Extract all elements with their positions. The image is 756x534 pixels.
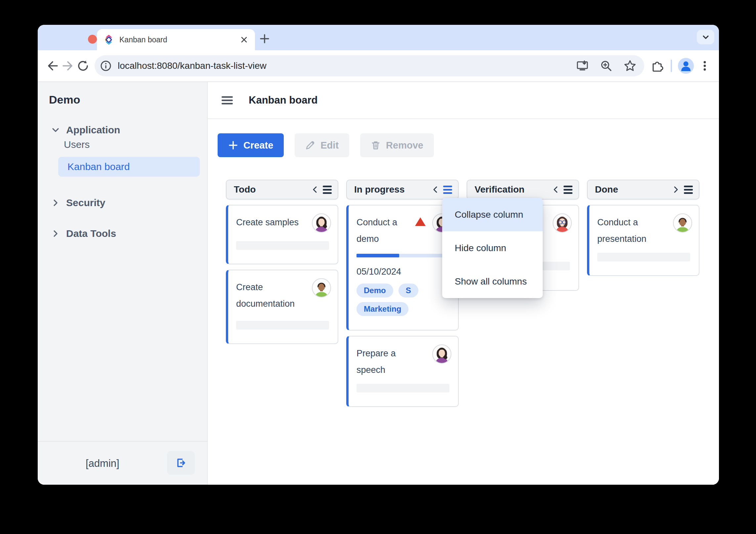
sidebar-footer: [admin] bbox=[38, 441, 207, 485]
card-placeholder-bar bbox=[236, 321, 329, 330]
view-header: Kanban board bbox=[208, 82, 719, 119]
forward-icon[interactable] bbox=[60, 58, 75, 73]
browser-tab[interactable]: Kanban board bbox=[97, 29, 255, 50]
board-actions: Create Edit Remove bbox=[218, 133, 719, 157]
tab-search-chevron-icon[interactable] bbox=[697, 30, 714, 44]
extensions-icon[interactable] bbox=[650, 58, 665, 73]
back-icon[interactable] bbox=[45, 58, 60, 73]
reload-icon[interactable] bbox=[75, 58, 91, 73]
sidebar-section-security[interactable]: Security bbox=[51, 196, 207, 210]
column-menu-icon-active[interactable] bbox=[443, 186, 452, 194]
column-menu-icon[interactable] bbox=[323, 186, 332, 194]
column-todo: Todo Create samples bbox=[226, 180, 338, 344]
column-context-menu: Collapse column Hide column Show all col… bbox=[442, 198, 543, 298]
collapse-right-icon[interactable] bbox=[673, 186, 679, 194]
column-in-progress: In progress Conduct a demo bbox=[346, 180, 459, 407]
menu-item-show-all-columns[interactable]: Show all columns bbox=[442, 265, 543, 298]
task-card[interactable]: Create samples bbox=[226, 205, 338, 264]
tab-strip: Kanban board bbox=[38, 25, 719, 50]
column-done: Done Conduct a presentation bbox=[587, 180, 699, 276]
assignee-avatar-man-green bbox=[673, 213, 692, 233]
column-header-done[interactable]: Done bbox=[587, 180, 699, 200]
main-area: Kanban board Create Edit bbox=[208, 82, 719, 485]
browser-toolbar: localhost:8080/kanban-task-list-view bbox=[38, 50, 719, 82]
task-progress-bar bbox=[357, 254, 449, 257]
sidebar-section-application[interactable]: Application bbox=[51, 123, 207, 137]
toolbar-divider bbox=[671, 60, 672, 72]
assignee-avatar-woman-purple bbox=[432, 344, 451, 364]
menu-item-hide-column[interactable]: Hide column bbox=[442, 231, 543, 265]
column-menu-icon[interactable] bbox=[684, 186, 693, 194]
new-tab-icon[interactable] bbox=[259, 33, 271, 45]
page-title: Kanban board bbox=[249, 94, 317, 106]
task-card[interactable]: Create documentation bbox=[226, 270, 338, 344]
app-sidebar: Demo Application Users Kanban board Secu… bbox=[38, 82, 208, 485]
create-button[interactable]: Create bbox=[218, 133, 284, 157]
collapse-left-icon[interactable] bbox=[433, 186, 438, 194]
chevron-right-icon bbox=[51, 198, 60, 207]
tag: S bbox=[399, 284, 418, 297]
column-header-todo[interactable]: Todo bbox=[226, 180, 338, 200]
sidebar-item-kanban-board[interactable]: Kanban board bbox=[58, 157, 200, 177]
site-info-icon[interactable] bbox=[99, 59, 112, 72]
card-placeholder-bar bbox=[357, 384, 449, 392]
favicon bbox=[104, 34, 114, 45]
menu-item-collapse-column[interactable]: Collapse column bbox=[442, 198, 543, 231]
tag: Marketing bbox=[357, 302, 408, 316]
edit-button[interactable]: Edit bbox=[295, 133, 349, 157]
bookmark-star-icon[interactable] bbox=[623, 59, 637, 73]
install-app-icon[interactable] bbox=[575, 59, 589, 73]
tag: Demo bbox=[357, 284, 393, 297]
close-traffic-light[interactable] bbox=[88, 35, 97, 44]
assignee-avatar-woman-purple bbox=[312, 213, 331, 233]
column-menu-icon[interactable] bbox=[564, 186, 572, 194]
card-placeholder-bar bbox=[597, 253, 690, 261]
assignee-avatar-woman-glasses-red bbox=[553, 213, 572, 233]
chevron-down-icon bbox=[51, 125, 60, 135]
high-priority-icon bbox=[415, 217, 426, 226]
zoom-icon[interactable] bbox=[599, 59, 613, 73]
trash-icon bbox=[371, 140, 381, 150]
current-user-label: [admin] bbox=[86, 458, 119, 469]
plus-icon bbox=[228, 140, 238, 150]
tab-title: Kanban board bbox=[119, 35, 237, 44]
sidebar-section-data-tools[interactable]: Data Tools bbox=[51, 226, 207, 241]
browser-window: Kanban board localhost:8080/kanban-task-… bbox=[38, 25, 719, 485]
task-card[interactable]: Conduct a presentation bbox=[587, 205, 699, 276]
profile-avatar[interactable] bbox=[678, 58, 694, 74]
tag-list: Demo S Marketing bbox=[357, 284, 433, 316]
column-header-in-progress[interactable]: In progress bbox=[346, 180, 459, 200]
column-header-verification[interactable]: Verification bbox=[467, 180, 579, 200]
chevron-right-icon bbox=[51, 229, 60, 238]
due-date: 05/10/2024 bbox=[357, 267, 450, 277]
remove-button[interactable]: Remove bbox=[360, 133, 434, 157]
url-text[interactable]: localhost:8080/kanban-task-list-view bbox=[118, 61, 575, 71]
logout-button[interactable] bbox=[167, 451, 195, 475]
app-title: Demo bbox=[49, 93, 207, 106]
task-card[interactable]: Prepare a speech bbox=[346, 336, 459, 407]
address-bar[interactable]: localhost:8080/kanban-task-list-view bbox=[95, 55, 644, 76]
browser-menu-kebab-icon[interactable] bbox=[697, 58, 712, 73]
task-card[interactable]: Conduct a demo 05/10/2024 Demo bbox=[346, 205, 459, 331]
tab-close-icon[interactable] bbox=[240, 35, 248, 44]
collapse-left-icon[interactable] bbox=[553, 186, 558, 194]
pencil-icon bbox=[305, 140, 315, 150]
card-placeholder-bar bbox=[236, 241, 329, 250]
sidebar-item-users[interactable]: Users bbox=[64, 137, 207, 152]
collapse-left-icon[interactable] bbox=[312, 186, 317, 194]
drawer-toggle-icon[interactable] bbox=[221, 95, 233, 106]
assignee-avatar-man-green bbox=[312, 278, 331, 297]
